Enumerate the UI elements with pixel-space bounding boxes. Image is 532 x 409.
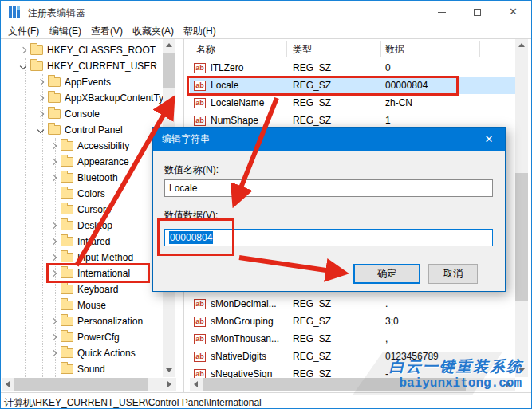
maximize-button[interactable] (459, 1, 495, 23)
menu-file[interactable]: 文件(F) (4, 25, 43, 38)
tree-item-appearance[interactable]: Appearance (51, 154, 129, 170)
tree-item-quick-actions[interactable]: Quick Actions (51, 345, 136, 361)
folder-icon (61, 205, 73, 214)
reg-sz-icon: ab (194, 299, 206, 309)
list-scrollbar-thumb[interactable] (515, 173, 528, 301)
dialog-title: 编辑字符串 (162, 133, 210, 144)
value-name: sMonDecimal... (211, 296, 277, 313)
tree-item-hkey-current-user[interactable]: HKEY_CURRENT_USER (21, 58, 157, 74)
menu-help[interactable]: 帮助(H) (179, 25, 220, 38)
chevron-down-icon[interactable] (37, 127, 44, 133)
list-row-smonthousand[interactable]: ab sMonThousan... REG_SZ , (190, 331, 515, 348)
scroll-left-icon[interactable] (194, 381, 198, 387)
value-name: Locale (211, 77, 238, 94)
list-row-smongrouping[interactable]: ab sMonGrouping REG_SZ 3;0 (190, 313, 515, 330)
chevron-right-icon[interactable] (50, 270, 57, 277)
tree-item-label: PowerCfg (77, 332, 120, 343)
tree-item-appxbackup[interactable]: AppXBackupContentTy (38, 90, 164, 106)
chevron-right-icon[interactable] (20, 47, 26, 53)
scroll-right-icon[interactable] (167, 381, 171, 387)
column-header-type[interactable]: 类型 (293, 43, 312, 57)
tree-item-bluetooth[interactable]: Bluetooth (51, 170, 118, 186)
column-divider[interactable] (380, 41, 381, 57)
minimize-button[interactable] (424, 1, 459, 23)
tree-item-powercfg[interactable]: PowerCfg (51, 329, 120, 345)
value-name-input[interactable]: Locale (164, 179, 493, 197)
reg-sz-icon: ab (194, 334, 206, 344)
chevron-right-icon[interactable] (50, 238, 57, 245)
chevron-right-icon[interactable] (37, 111, 44, 117)
list-row-locale[interactable]: ab Locale REG_SZ 00000804 (190, 77, 515, 94)
chevron-down-icon[interactable] (20, 63, 26, 69)
ok-button[interactable]: 确定 (353, 264, 420, 284)
tree-item-sound[interactable]: Sound (51, 361, 105, 377)
tree-item-hkey-classes-root[interactable]: HKEY_CLASSES_ROOT (21, 42, 156, 58)
tree-item-desktop[interactable]: Desktop (51, 218, 112, 234)
value-name: sMonGrouping (211, 313, 274, 330)
tree-item-label: Colors (77, 188, 105, 199)
value-data: zh-CN (385, 95, 412, 112)
menu-favorites[interactable]: 收藏夹(A) (128, 25, 178, 38)
chevron-right-icon[interactable] (50, 334, 57, 340)
chevron-right-icon[interactable] (50, 350, 57, 356)
column-header-name[interactable]: 名称 (196, 43, 215, 57)
scroll-up-icon[interactable] (166, 43, 172, 47)
value-data-input[interactable]: 00000804 (164, 229, 493, 246)
dialog-title-bar[interactable]: 编辑字符串 (153, 128, 505, 151)
tree-item-cursors[interactable]: Cursors (51, 202, 111, 218)
close-button[interactable]: ✕ (495, 1, 531, 23)
tree-item-keyboard[interactable]: Keyboard (51, 281, 118, 297)
list-row-localename[interactable]: ab LocaleName REG_SZ zh-CN (190, 95, 515, 112)
tree-item-accessibility[interactable]: Accessibility (51, 138, 129, 154)
chevron-right-icon[interactable] (50, 254, 57, 261)
folder-icon (61, 301, 73, 310)
tree-item-label: Cursors (77, 204, 111, 215)
tree-item-input-method[interactable]: Input Method (51, 250, 133, 265)
value-data: , (385, 331, 388, 348)
folder-icon (48, 125, 61, 135)
chevron-right-icon[interactable] (37, 95, 44, 101)
tree-item-personalization[interactable]: Personalization (51, 313, 143, 329)
folder-icon (61, 348, 73, 358)
tree-item-colors[interactable]: Colors (51, 186, 105, 202)
value-name: sNativeDigits (211, 348, 266, 365)
value-type: REG_SZ (293, 331, 331, 348)
tree-item-mouse[interactable]: Mouse (51, 297, 106, 313)
value-data-text: 00000804 (169, 231, 213, 244)
column-divider[interactable] (286, 41, 287, 57)
folder-icon (61, 189, 73, 199)
chevron-right-icon[interactable] (50, 318, 57, 324)
tree-hscrollbar-thumb[interactable] (14, 378, 148, 391)
tree-item-international[interactable]: International (51, 265, 130, 281)
tree-item-console[interactable]: Console (38, 106, 100, 122)
list-row-smondecimal[interactable]: ab sMonDecimal... REG_SZ . (190, 296, 515, 313)
tree-horizontal-scrollbar[interactable] (2, 378, 176, 391)
watermark-url: baiyunxitong.com (399, 376, 522, 391)
folder-icon (61, 221, 73, 230)
chevron-right-icon[interactable] (50, 143, 57, 149)
chevron-right-icon[interactable] (50, 222, 57, 229)
scroll-left-icon[interactable] (6, 381, 10, 387)
tree-item-infrared[interactable]: Infrared (51, 234, 110, 250)
chevron-right-icon[interactable] (50, 175, 57, 181)
column-divider[interactable] (479, 41, 480, 57)
chevron-right-icon[interactable] (37, 79, 44, 85)
scroll-up-icon[interactable] (518, 43, 525, 47)
menu-edit[interactable]: 编辑(E) (45, 25, 85, 38)
menu-view[interactable]: 查看(V) (87, 25, 127, 38)
tree-item-label: Personalization (77, 316, 143, 327)
scroll-down-icon[interactable] (166, 368, 172, 372)
folder-icon (48, 109, 61, 119)
value-type: REG_SZ (293, 77, 331, 94)
list-row-itlzero[interactable]: ab iTLZero REG_SZ 0 (190, 60, 515, 77)
dialog-close-icon[interactable]: ✕ (473, 128, 505, 151)
chevron-right-icon[interactable] (50, 159, 57, 165)
cancel-button[interactable]: 取消 (428, 264, 478, 284)
tree-scrollbar-thumb[interactable] (163, 53, 175, 88)
list-vertical-scrollbar[interactable] (515, 39, 528, 377)
menu-bar: 文件(F) 编辑(E) 查看(V) 收藏夹(A) 帮助(H) (1, 23, 531, 39)
column-header-data[interactable]: 数据 (385, 43, 404, 57)
tree-item-control-panel[interactable]: Control Panel (38, 122, 123, 138)
tree-item-appevents[interactable]: AppEvents (38, 74, 111, 90)
value-type: REG_SZ (293, 348, 331, 365)
